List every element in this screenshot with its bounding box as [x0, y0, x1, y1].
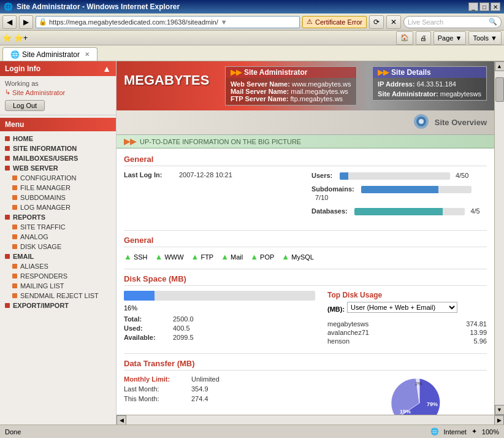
- scroll-up-button[interactable]: ▲: [495, 61, 505, 71]
- dt-last-month-label: Last Month:: [124, 385, 191, 393]
- menu-item-aliases[interactable]: ALIASES: [0, 261, 116, 271]
- tab-label: Site Administrator: [22, 50, 80, 59]
- menu-item-reports[interactable]: REPORTS: [0, 212, 116, 222]
- menu-item-configuration[interactable]: CONFIGURATION: [0, 173, 116, 183]
- info-banner: ▶▶ UP-TO-DATE INFORMATION ON THE BIG PIC…: [116, 135, 494, 148]
- tab-site-administrator[interactable]: 🌐 Site Administrator ✕: [2, 47, 97, 61]
- favorites-icon[interactable]: ⭐: [2, 34, 12, 42]
- refresh-button[interactable]: ⟳: [369, 15, 384, 29]
- minimize-button[interactable]: _: [468, 2, 478, 11]
- log-out-button[interactable]: Log Out: [5, 100, 45, 111]
- address-bar[interactable]: 🔒 https://mega.megabytesdedicated.com:19…: [36, 16, 300, 28]
- zoom-text: ✦: [472, 428, 477, 436]
- collapse-icon[interactable]: ▲: [102, 64, 111, 74]
- arrow-icon: ↳: [5, 88, 10, 96]
- menu-item-responders[interactable]: RESPONDERS: [0, 271, 116, 281]
- menu-item-mailing-list[interactable]: MAILING LIST: [0, 281, 116, 291]
- hscroll-track[interactable]: [126, 415, 494, 425]
- search-bar[interactable]: Live Search 🔍: [403, 16, 502, 28]
- disk-total-label: Total:: [124, 315, 173, 323]
- menu-item-web-server[interactable]: WEB SERVER: [0, 163, 116, 173]
- menu-item-disk-usage[interactable]: DISK USAGE: [0, 242, 116, 252]
- menu-dot-configuration: [12, 175, 17, 180]
- menu-label-analog: ANALOG: [20, 233, 48, 240]
- disk-row: 16% Total: 2500.0 Used: 400.5: [124, 291, 487, 346]
- dt-last-month-row: Last Month: 354.9: [124, 385, 352, 393]
- menu-item-analog[interactable]: ANALOG: [0, 232, 116, 242]
- tools-button[interactable]: Tools ▼: [468, 31, 502, 45]
- ssh-label: SSH: [134, 253, 148, 261]
- add-favorites-icon[interactable]: ⭐+: [14, 34, 28, 42]
- scroll-track[interactable]: [495, 71, 504, 405]
- cert-error-badge[interactable]: ⚠ Certificate Error: [302, 16, 367, 28]
- vertical-scrollbar[interactable]: ▲ ▼: [494, 61, 504, 415]
- site-admin-link[interactable]: ↳ Site Administrator: [5, 88, 111, 96]
- dt-monthly-limit-label: Monthly Limit:: [124, 375, 191, 383]
- menu-item-site-traffic[interactable]: SITE TRAFFIC: [0, 222, 116, 232]
- address-dropdown[interactable]: ▼: [221, 18, 227, 26]
- svg-text:19%: 19%: [400, 409, 411, 415]
- address-text: https://mega.megabytesdedicated.com:1963…: [49, 18, 218, 26]
- dt-monthly-limit-row: Monthly Limit: Unlimited: [124, 375, 352, 383]
- menu-dot-file-manager: [12, 185, 17, 190]
- zoom-level: 100%: [482, 428, 499, 436]
- page-button[interactable]: Page ▼: [433, 31, 467, 45]
- menu-label-subdomains: SUBDOMAINS: [20, 194, 66, 201]
- scroll-thumb[interactable]: [495, 77, 504, 102]
- print-button[interactable]: 🖨: [416, 31, 431, 45]
- scroll-down-button[interactable]: ▼: [495, 405, 505, 415]
- internet-icon: 🌐: [430, 428, 439, 436]
- menu-item-email[interactable]: EMAIL: [0, 252, 116, 261]
- back-button[interactable]: ◀: [2, 15, 17, 29]
- menu-item-subdomains[interactable]: SUBDOMAINS: [0, 193, 116, 202]
- forward-button[interactable]: ▶: [19, 15, 33, 29]
- site-overview-bar: Site Overview: [116, 110, 494, 135]
- last-login-row: Last Log In: 2007-12-28 10:21: [124, 171, 299, 179]
- menu-item-home[interactable]: HOME: [0, 134, 116, 144]
- close-button[interactable]: ✕: [491, 2, 500, 11]
- hscroll-right-button[interactable]: ▶: [494, 415, 504, 425]
- home-nav-button[interactable]: 🏠: [396, 31, 413, 45]
- menu-dot-site-info: [5, 146, 10, 151]
- horizontal-scrollbar[interactable]: ◀ ▶: [116, 415, 504, 425]
- lock-icon: 🔒: [39, 18, 47, 26]
- menu-label-mailing-list: MAILING LIST: [20, 282, 64, 290]
- top-disk-selector[interactable]: User (Home + Web + Email): [347, 302, 457, 313]
- ip-label: IP Address:: [378, 80, 415, 88]
- details-box-title-text: Site Details: [391, 68, 431, 77]
- ip-row: IP Address: 64.33.51.184: [378, 80, 481, 88]
- maximize-button[interactable]: □: [479, 2, 489, 11]
- menu-label-disk-usage: DISK USAGE: [20, 243, 61, 250]
- menu-dot-home: [5, 136, 10, 141]
- subdomains-value: 7/10: [315, 194, 328, 201]
- working-as-label: Working as: [5, 80, 111, 87]
- dt-left: Monthly Limit: Unlimited Last Month: 354…: [124, 375, 352, 415]
- dt-right: 79% 19% 2% web: [364, 375, 487, 415]
- menu-label-sendmail-reject: SENDMAIL REJECT LIST: [20, 292, 99, 299]
- menu-item-sendmail-reject[interactable]: SENDMAIL REJECT LIST: [0, 291, 116, 301]
- ftp-server-label: FTP Server Name:: [231, 95, 289, 102]
- menu-header: Menu: [0, 118, 116, 131]
- web-server-label: Web Server Name:: [231, 80, 290, 88]
- top-disk-user-2: avalanchez71 13.99: [327, 329, 487, 336]
- tab-close-icon[interactable]: ✕: [85, 51, 90, 58]
- menu-item-mailboxes[interactable]: MAILBOXES/USERS: [0, 153, 116, 163]
- menu-item-log-manager[interactable]: LOG MANAGER: [0, 202, 116, 212]
- general-section-title: General: [124, 155, 487, 166]
- menu-item-site-info[interactable]: SITE INFORMATION: [0, 144, 116, 153]
- site-details-box: ▶▶ Site Details IP Address: 64.33.51.184…: [372, 66, 487, 101]
- window-title: Site Administrator - Windows Internet Ex…: [17, 2, 180, 11]
- databases-bar-fill: [354, 208, 443, 215]
- svg-text:2%: 2%: [415, 381, 422, 386]
- menu-item-export-import[interactable]: EXPORT/IMPORT: [0, 301, 116, 310]
- menu-item-file-manager[interactable]: FILE MANAGER: [0, 183, 116, 193]
- databases-bar: [354, 208, 465, 215]
- www-arrow: ▲: [155, 252, 163, 261]
- search-icon[interactable]: 🔍: [489, 18, 497, 26]
- menu-dot-mailing-list: [12, 283, 17, 288]
- menu-dot-log-manager: [12, 205, 17, 210]
- stop-button[interactable]: ✕: [386, 15, 401, 29]
- disk-avail-row: Available: 2099.5: [124, 334, 315, 341]
- hscroll-left-button[interactable]: ◀: [116, 415, 126, 425]
- ssh-arrow: ▲: [124, 252, 132, 261]
